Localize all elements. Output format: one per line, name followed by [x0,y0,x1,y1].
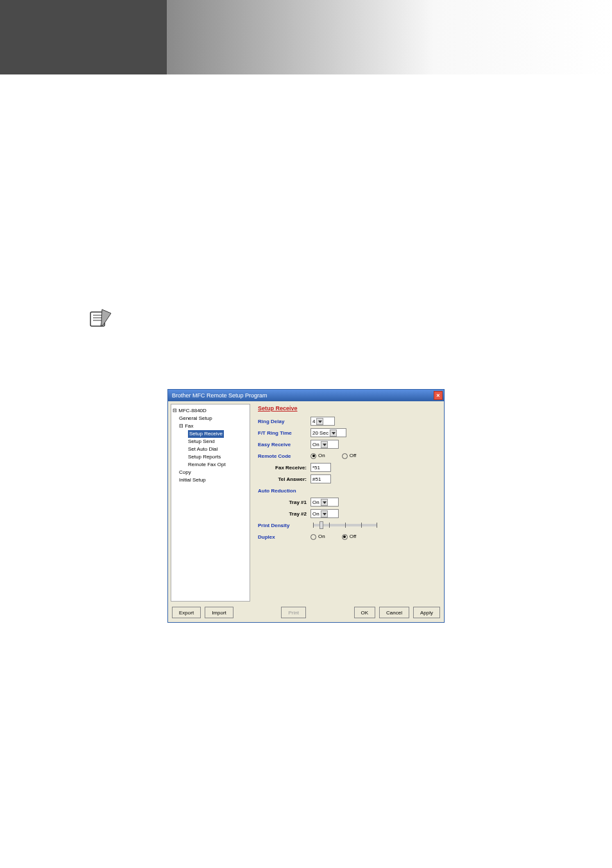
select-value: 4 [312,419,315,424]
select-value: On [312,499,319,505]
header-gradient [167,0,612,74]
export-button[interactable]: Export [172,607,201,618]
close-icon[interactable]: × [434,391,443,400]
tree-item-initial-setup[interactable]: Initial Setup [173,476,248,484]
input-value: #51 [312,476,321,482]
apply-button[interactable]: Apply [413,607,440,618]
duplex-off-radio[interactable]: Off [342,534,357,539]
ring-delay-label: Ring Delay [258,419,310,424]
chevron-down-icon [321,510,328,517]
print-density-label: Print Density [258,523,310,528]
ring-delay-select[interactable]: 4 [310,417,335,426]
slider-thumb[interactable] [319,521,323,529]
chevron-down-icon [321,499,328,506]
ft-ring-time-label: F/T Ring Time [258,430,310,436]
dialog-titlebar: Brother MFC Remote Setup Program × [168,390,444,401]
header-dark-tab [0,0,167,74]
radio-icon [342,453,348,459]
settings-tree[interactable]: ⊟ MFC-8840D General Setup ⊟ Fax Setup Re… [171,404,250,602]
tree-root[interactable]: ⊟ MFC-8840D [173,407,248,415]
tray2-select[interactable]: On [310,509,339,518]
remote-code-label: Remote Code [258,453,310,459]
tree-root-label: MFC-8840D [178,408,207,413]
radio-label: On [318,453,325,458]
chevron-down-icon [321,441,328,448]
ok-button[interactable]: OK [354,607,376,618]
tree-item-setup-send[interactable]: Setup Send [173,438,248,446]
tree-item-setup-receive[interactable]: Setup Receive [173,430,248,438]
ft-ring-time-select[interactable]: 20 Sec [310,428,346,437]
remote-code-off-radio[interactable]: Off [342,453,357,458]
select-value: On [312,511,319,517]
tree-label: Remote Fax Opt [188,462,226,467]
print-button[interactable]: Print [281,607,305,618]
print-density-slider[interactable] [313,524,377,526]
tel-answer-input[interactable]: #51 [310,474,331,483]
tree-label: Setup Reports [188,454,221,460]
tel-answer-label: Tel Answer: [258,476,310,482]
tree-item-fax[interactable]: ⊟ Fax [173,422,248,430]
import-button[interactable]: Import [205,607,234,618]
select-value: 20 Sec [312,430,328,436]
tree-item-set-auto-dial[interactable]: Set Auto Dial [173,446,248,453]
tray1-select[interactable]: On [310,498,339,507]
tree-item-copy[interactable]: Copy [173,469,248,476]
radio-icon [342,534,348,540]
radio-label: On [318,534,325,539]
easy-receive-label: Easy Receive [258,442,310,447]
fax-receive-label: Fax Receive: [258,465,310,471]
chevron-down-icon [330,430,337,437]
chevron-down-icon [316,418,323,425]
tree-label: Initial Setup [179,477,206,483]
dialog-button-bar: Export Import Print OK Cancel Apply [168,607,444,618]
tree-label-selected: Setup Receive [188,430,224,438]
auto-reduction-label: Auto Reduction [258,488,310,494]
note-row [87,306,612,331]
tree-item-remote-fax-opt[interactable]: Remote Fax Opt [173,461,248,469]
tree-label: Copy [179,469,191,475]
dialog-title: Brother MFC Remote Setup Program [172,392,268,399]
tree-item-general-setup[interactable]: General Setup [173,415,248,422]
tree-label: General Setup [179,415,212,421]
page-header-bar [0,0,612,74]
remote-setup-dialog: Brother MFC Remote Setup Program × ⊟ MFC… [167,389,445,623]
tree-label: Fax [185,423,193,429]
tray1-label: Tray #1 [258,499,310,505]
cancel-button[interactable]: Cancel [379,607,409,618]
tree-label: Set Auto Dial [188,446,217,452]
form-header: Setup Receive [258,405,439,412]
remote-code-on-radio[interactable]: On [310,453,325,458]
radio-label: Off [350,534,357,539]
easy-receive-select[interactable]: On [310,440,339,449]
fax-receive-input[interactable]: *51 [310,463,331,472]
select-value: On [312,442,319,447]
settings-form: Setup Receive Ring Delay 4 F/T Ring Time… [253,401,444,604]
radio-label: Off [350,453,357,458]
duplex-on-radio[interactable]: On [310,534,325,539]
tree-item-setup-reports[interactable]: Setup Reports [173,453,248,461]
input-value: *51 [312,465,320,471]
radio-icon [310,453,316,459]
radio-icon [310,534,316,540]
duplex-label: Duplex [258,534,310,540]
tree-label: Setup Send [188,438,215,444]
note-icon [87,306,112,331]
tray2-label: Tray #2 [258,511,310,517]
